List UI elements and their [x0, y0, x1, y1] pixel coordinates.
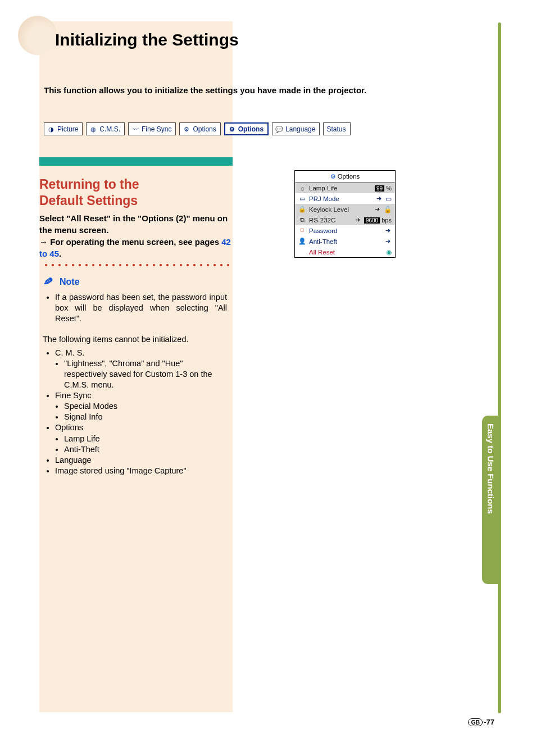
osd-row-password[interactable]: ⌑ Password ➜: [295, 225, 395, 236]
page-footer: GB -77: [468, 718, 494, 726]
tab-picture[interactable]: ◑Picture: [44, 122, 83, 135]
tab-label: C.M.S.: [99, 125, 120, 133]
osd-label: PRJ Mode: [309, 195, 373, 202]
instruction-step: Select "All Reset" in the "Options (2)" …: [39, 213, 228, 235]
options-icon: ⚙: [183, 125, 190, 133]
osd-row-all-reset[interactable]: All Reset ◉: [295, 247, 395, 257]
tab-options-2[interactable]: ⚙Options: [224, 122, 269, 135]
tab-label: Language: [285, 125, 315, 133]
section-title-line2: Default Settings: [39, 193, 138, 208]
note-header: Note: [43, 276, 80, 288]
osd-label: Keylock Level: [309, 206, 371, 213]
cms-icon: ◍: [89, 125, 97, 133]
tab-fine-sync[interactable]: 〰Fine Sync: [128, 122, 176, 135]
section-title: Returning to the Default Settings: [39, 176, 233, 209]
list-item: Options Lamp Life Anti-Theft: [55, 422, 227, 454]
person-icon: 👤: [298, 238, 306, 245]
side-section-tab: Easy to Use Functions: [482, 416, 499, 584]
arrow-icon: ➜: [376, 195, 381, 202]
tab-label: Options: [193, 125, 216, 133]
note-bullet: If a password has been set, the password…: [55, 292, 227, 324]
note-label: Note: [60, 277, 80, 287]
tab-status[interactable]: Status: [323, 122, 350, 135]
lock-icon: 🔒: [298, 206, 306, 213]
note-sub-paragraph: The following items cannot be initialize…: [43, 334, 227, 345]
section-title-line1: Returning to the: [39, 177, 139, 192]
page-number: -77: [484, 718, 494, 726]
tab-label: Picture: [57, 125, 78, 133]
arrow-icon: ➜: [355, 216, 360, 224]
list-item: "Lightness", "Chroma" and "Hue" respecti…: [64, 358, 227, 390]
osd-row-keylock[interactable]: 🔒 Keylock Level ➜🔓: [295, 204, 395, 215]
tab-label: Status: [326, 125, 346, 133]
instruction-cross-ref-pre: → For operating the menu screen, see pag…: [39, 237, 221, 247]
osd-label: Lamp Life: [309, 185, 372, 192]
osd-row-prj-mode[interactable]: ▭ PRJ Mode ➜▭: [295, 193, 395, 204]
language-icon: 💬: [275, 125, 283, 133]
osd-value: 9600: [364, 217, 380, 224]
arrow-icon: ➜: [385, 227, 390, 234]
lock-icon: 🔓: [384, 206, 392, 213]
osd-label: Password: [309, 227, 381, 234]
enter-icon: ◉: [386, 248, 392, 256]
osd-row-lamp-life[interactable]: ☼ Lamp Life 99 %: [295, 183, 395, 193]
tab-language[interactable]: 💬Language: [272, 122, 320, 135]
corner-ornament: [18, 16, 57, 55]
screen-icon: ▭: [385, 195, 392, 203]
tab-options-1[interactable]: ⚙Options: [179, 122, 220, 135]
osd-row-rs232c[interactable]: ⧉ RS-232C ➜ 9600 bps: [295, 215, 395, 225]
menu-tab-bar: ◑Picture ◍C.M.S. 〰Fine Sync ⚙Options ⚙Op…: [44, 122, 351, 135]
page-title: Initializing the Settings: [55, 30, 239, 49]
osd-value: 99: [375, 185, 384, 192]
arrow-icon: ➜: [375, 206, 380, 213]
tab-cms[interactable]: ◍C.M.S.: [86, 122, 125, 135]
osd-label: All Reset: [309, 249, 383, 256]
osd-label: RS-232C: [309, 217, 351, 224]
sync-icon: 〰: [131, 125, 139, 133]
list-item: Lamp Life: [64, 434, 227, 444]
right-edge-strip: [498, 22, 501, 713]
lamp-icon: ☼: [298, 185, 306, 192]
intro-text: This function allows you to initialize t…: [44, 85, 366, 95]
list-item: Language: [55, 455, 227, 466]
tab-label: Options: [238, 125, 264, 133]
key-icon: ⌑: [298, 227, 306, 234]
prj-icon: ▭: [298, 195, 306, 202]
tab-label: Fine Sync: [142, 125, 171, 133]
port-icon: ⧉: [298, 216, 306, 224]
options-icon: ⚙: [330, 173, 336, 180]
instruction-text: Select "All Reset" in the "Options (2)" …: [39, 212, 233, 259]
instruction-cross-ref-post: .: [59, 249, 61, 258]
note-body: If a password has been set, the password…: [46, 292, 227, 481]
arrow-icon: ➜: [385, 238, 390, 245]
list-item: Anti-Theft: [64, 444, 227, 455]
picture-icon: ◑: [47, 125, 55, 133]
osd-options-menu: ⚙Options ☼ Lamp Life 99 % ▭ PRJ Mode ➜▭ …: [294, 170, 396, 258]
list-item: Signal Info: [64, 412, 227, 422]
list-item: C. M. S. "Lightness", "Chroma" and "Hue"…: [55, 348, 227, 391]
osd-title: ⚙Options: [295, 171, 395, 183]
options-icon: ⚙: [228, 125, 236, 133]
osd-row-anti-theft[interactable]: 👤 Anti-Theft ➜: [295, 236, 395, 247]
list-item: Fine Sync Special Modes Signal Info: [55, 390, 227, 422]
section-bar: [39, 157, 233, 166]
dotted-separator: [43, 263, 230, 267]
osd-label: Anti-Theft: [309, 238, 381, 245]
region-badge: GB: [468, 718, 483, 726]
list-item: Special Modes: [64, 401, 227, 412]
pencil-icon: [43, 276, 57, 288]
list-item: Image stored using "Image Capture": [55, 466, 227, 476]
